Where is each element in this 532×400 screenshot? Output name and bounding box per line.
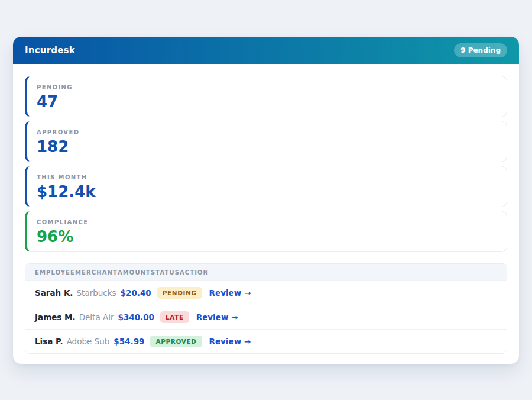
review-link[interactable]: Review → — [209, 337, 251, 346]
review-link[interactable]: Review → — [196, 312, 238, 322]
status-badge: APPROVED — [150, 336, 202, 347]
column-header-action: ACTION — [180, 269, 209, 276]
stat-value: 96% — [37, 229, 497, 245]
dashboard-body: PENDING 47 APPROVED 182 THIS MONTH $12.4… — [13, 64, 519, 364]
stat-value: 182 — [37, 139, 497, 155]
employee-name: Sarah K. — [35, 288, 73, 298]
column-header-amount: AMOUNT — [118, 269, 151, 276]
column-header-merchant: MERCHANT — [75, 269, 118, 276]
stat-label: PENDING — [37, 84, 497, 91]
column-header-status: STATUS — [151, 269, 180, 276]
review-link[interactable]: Review → — [209, 288, 251, 298]
stat-card-this-month: THIS MONTH $12.4k — [25, 166, 507, 207]
pending-count-badge: 9 Pending — [454, 43, 507, 57]
expense-amount: $340.00 — [118, 312, 155, 322]
dashboard-card: Incurdesk 9 Pending PENDING 47 APPROVED … — [13, 37, 519, 364]
merchant-name: Adobe Sub — [67, 337, 110, 346]
employee-name: Lisa P. — [35, 337, 63, 346]
table-header-row: EMPLOYEEMERCHANTAMOUNTSTATUSACTION — [25, 264, 507, 280]
table-row: Sarah K. Starbucks $20.40 PENDING Review… — [25, 280, 507, 305]
status-badge: LATE — [160, 311, 189, 323]
status-badge: PENDING — [157, 287, 202, 299]
stat-label: COMPLIANCE — [37, 219, 497, 225]
table-row: Lisa P. Adobe Sub $54.99 APPROVED Review… — [25, 329, 507, 353]
merchant-name: Delta Air — [79, 312, 114, 322]
column-header-employee: EMPLOYEE — [35, 269, 75, 276]
expense-table: EMPLOYEEMERCHANTAMOUNTSTATUSACTION Sarah… — [25, 263, 507, 354]
stat-card-approved: APPROVED 182 — [25, 121, 507, 162]
app-header: Incurdesk 9 Pending — [13, 37, 519, 64]
expense-amount: $20.40 — [121, 288, 151, 298]
stat-label: THIS MONTH — [37, 174, 497, 180]
employee-name: James M. — [35, 312, 76, 322]
stat-value: 47 — [37, 94, 497, 110]
app-title: Incurdesk — [25, 45, 75, 56]
stat-label: APPROVED — [37, 129, 497, 136]
stat-value: $12.4k — [37, 184, 497, 200]
expense-amount: $54.99 — [113, 337, 144, 346]
table-row: James M. Delta Air $340.00 LATE Review → — [25, 305, 507, 329]
merchant-name: Starbucks — [77, 288, 116, 298]
stat-card-pending: PENDING 47 — [25, 76, 507, 117]
stat-card-compliance: COMPLIANCE 96% — [25, 211, 507, 252]
